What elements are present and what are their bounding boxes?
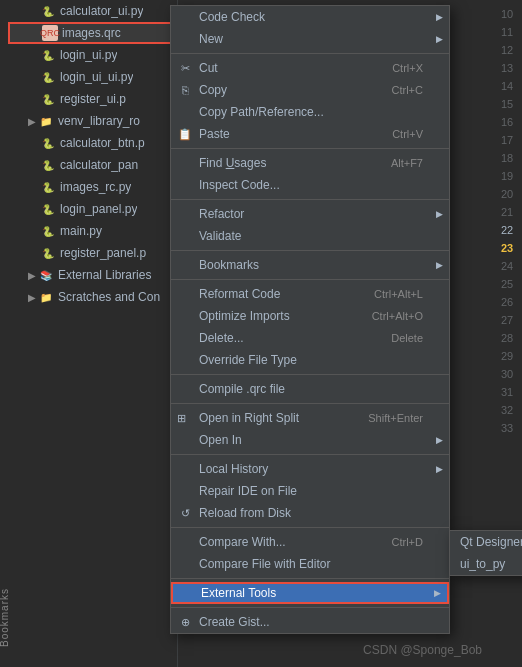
line-num-10: 10 bbox=[492, 5, 522, 23]
menu-item-inspect-code[interactable]: Inspect Code... bbox=[171, 174, 449, 196]
sub-menu-item-qt-designer[interactable]: Qt Designer bbox=[450, 531, 522, 553]
menu-item-validate[interactable]: Validate bbox=[171, 225, 449, 247]
menu-item-label: Refactor bbox=[199, 207, 244, 221]
line-num-28: 28 bbox=[492, 329, 522, 347]
line-num-14: 14 bbox=[492, 77, 522, 95]
menu-item-local-history[interactable]: Local History bbox=[171, 458, 449, 480]
menu-item-cut[interactable]: ✂ Cut Ctrl+X bbox=[171, 57, 449, 79]
menu-item-open-right-split[interactable]: ⊞ Open in Right Split Shift+Enter bbox=[171, 407, 449, 429]
separator-2 bbox=[171, 148, 449, 149]
menu-item-override-file-type[interactable]: Override File Type bbox=[171, 349, 449, 371]
separator-3 bbox=[171, 199, 449, 200]
line-num-19: 19 bbox=[492, 167, 522, 185]
reload-icon: ↺ bbox=[177, 505, 193, 521]
sidebar-item-login-ui[interactable]: 🐍 login_ui.py bbox=[8, 44, 177, 66]
menu-item-paste[interactable]: 📋 Paste Ctrl+V bbox=[171, 123, 449, 145]
separator-4 bbox=[171, 250, 449, 251]
sub-menu-item-label: ui_to_py bbox=[460, 557, 505, 571]
line-num-21: 21 bbox=[492, 203, 522, 221]
sidebar-item-register-panel[interactable]: 🐍 register_panel.p bbox=[8, 242, 177, 264]
sidebar-item-calculator-btn[interactable]: 🐍 calculator_btn.p bbox=[8, 132, 177, 154]
expand-icon: ▶ bbox=[28, 270, 36, 281]
shortcut-compare: Ctrl+D bbox=[392, 536, 437, 548]
sidebar-item-label: External Libraries bbox=[58, 268, 151, 282]
sidebar-item-label: main.py bbox=[60, 224, 102, 238]
sidebar-item-calculator-ui[interactable]: 🐍 calculator_ui.py bbox=[8, 0, 177, 22]
sidebar-item-images-rc[interactable]: 🐍 images_rc.py bbox=[8, 176, 177, 198]
sidebar-item-venv[interactable]: ▶ 📁 venv_library_ro bbox=[8, 110, 177, 132]
sidebar-item-login-ui-ui[interactable]: 🐍 login_ui_ui.py bbox=[8, 66, 177, 88]
sidebar-item-label: calculator_pan bbox=[60, 158, 138, 172]
shortcut-open-right: Shift+Enter bbox=[368, 412, 437, 424]
sidebar-item-label: venv_library_ro bbox=[58, 114, 140, 128]
sidebar-item-label: Scratches and Con bbox=[58, 290, 160, 304]
sidebar-item-login-panel[interactable]: 🐍 login_panel.py bbox=[8, 198, 177, 220]
menu-item-label: Override File Type bbox=[199, 353, 297, 367]
line-num-11: 11 bbox=[492, 23, 522, 41]
menu-item-open-in[interactable]: Open In bbox=[171, 429, 449, 451]
menu-item-repair-ide[interactable]: Repair IDE on File bbox=[171, 480, 449, 502]
menu-item-label: Copy bbox=[199, 83, 227, 97]
menu-item-label: Delete... bbox=[199, 331, 244, 345]
menu-item-label: Find Usages bbox=[199, 156, 266, 170]
menu-item-label: Code Check bbox=[199, 10, 265, 24]
line-num-15: 15 bbox=[492, 95, 522, 113]
menu-item-label: Optimize Imports bbox=[199, 309, 290, 323]
sidebar-item-register-ui[interactable]: 🐍 register_ui.p bbox=[8, 88, 177, 110]
menu-item-refactor[interactable]: Refactor bbox=[171, 203, 449, 225]
line-num-33: 33 bbox=[492, 419, 522, 437]
sidebar-item-images-qrc[interactable]: QRC images.qrc bbox=[8, 22, 177, 44]
separator-10 bbox=[171, 578, 449, 579]
py-icon: 🐍 bbox=[40, 47, 56, 63]
sidebar-item-main[interactable]: 🐍 main.py bbox=[8, 220, 177, 242]
line-num-17: 17 bbox=[492, 131, 522, 149]
line-num-16: 16 bbox=[492, 113, 522, 131]
menu-item-find-usages[interactable]: Find Usages Alt+F7 bbox=[171, 152, 449, 174]
menu-item-code-check[interactable]: Code Check bbox=[171, 6, 449, 28]
separator-8 bbox=[171, 454, 449, 455]
menu-item-delete[interactable]: Delete... Delete bbox=[171, 327, 449, 349]
menu-item-create-gist[interactable]: ⊕ Create Gist... bbox=[171, 611, 449, 633]
gist-icon: ⊕ bbox=[177, 614, 193, 630]
shortcut-optimize: Ctrl+Alt+O bbox=[372, 310, 437, 322]
separator-1 bbox=[171, 53, 449, 54]
menu-item-compare-editor[interactable]: Compare File with Editor bbox=[171, 553, 449, 575]
sidebar-item-calculator-panel[interactable]: 🐍 calculator_pan bbox=[8, 154, 177, 176]
line-num-13: 13 bbox=[492, 59, 522, 77]
line-num-20: 20 bbox=[492, 185, 522, 203]
menu-item-compile-qrc[interactable]: Compile .qrc file bbox=[171, 378, 449, 400]
menu-item-label: Validate bbox=[199, 229, 241, 243]
sidebar-item-external-libs[interactable]: ▶ 📚 External Libraries bbox=[8, 264, 177, 286]
menu-item-label: Repair IDE on File bbox=[199, 484, 297, 498]
external-tools-submenu: Qt Designer ui_to_py bbox=[449, 530, 522, 576]
separator-5 bbox=[171, 279, 449, 280]
menu-item-copy[interactable]: ⎘ Copy Ctrl+C bbox=[171, 79, 449, 101]
shortcut-find-usages: Alt+F7 bbox=[391, 157, 437, 169]
sidebar-item-scratches[interactable]: ▶ 📁 Scratches and Con bbox=[8, 286, 177, 308]
menu-item-bookmarks[interactable]: Bookmarks bbox=[171, 254, 449, 276]
menu-item-optimize[interactable]: Optimize Imports Ctrl+Alt+O bbox=[171, 305, 449, 327]
menu-item-external-tools[interactable]: External Tools bbox=[171, 582, 449, 604]
line-num-31: 31 bbox=[492, 383, 522, 401]
paste-icon: 📋 bbox=[177, 126, 193, 142]
menu-item-label: Compare With... bbox=[199, 535, 286, 549]
py-icon: 🐍 bbox=[40, 179, 56, 195]
menu-item-reload-disk[interactable]: ↺ Reload from Disk bbox=[171, 502, 449, 524]
menu-item-compare-with[interactable]: Compare With... Ctrl+D bbox=[171, 531, 449, 553]
menu-item-label: Reload from Disk bbox=[199, 506, 291, 520]
py-icon: 🐍 bbox=[40, 245, 56, 261]
menu-item-reformat[interactable]: Reformat Code Ctrl+Alt+L bbox=[171, 283, 449, 305]
bookmarks-bar: Bookmarks bbox=[0, 0, 8, 667]
py-icon: 🐍 bbox=[40, 69, 56, 85]
menu-item-label: Paste bbox=[199, 127, 230, 141]
menu-item-copy-path[interactable]: Copy Path/Reference... bbox=[171, 101, 449, 123]
menu-item-new[interactable]: New bbox=[171, 28, 449, 50]
shortcut-delete: Delete bbox=[391, 332, 437, 344]
shortcut-paste: Ctrl+V bbox=[392, 128, 437, 140]
line-num-27: 27 bbox=[492, 311, 522, 329]
sidebar-item-label: calculator_ui.py bbox=[60, 4, 143, 18]
sub-menu-item-ui-to-py[interactable]: ui_to_py bbox=[450, 553, 522, 575]
code-check-icon bbox=[177, 9, 193, 25]
file-tree: 🐍 calculator_ui.py QRC images.qrc 🐍 logi… bbox=[8, 0, 178, 667]
sidebar-item-label: register_ui.p bbox=[60, 92, 126, 106]
